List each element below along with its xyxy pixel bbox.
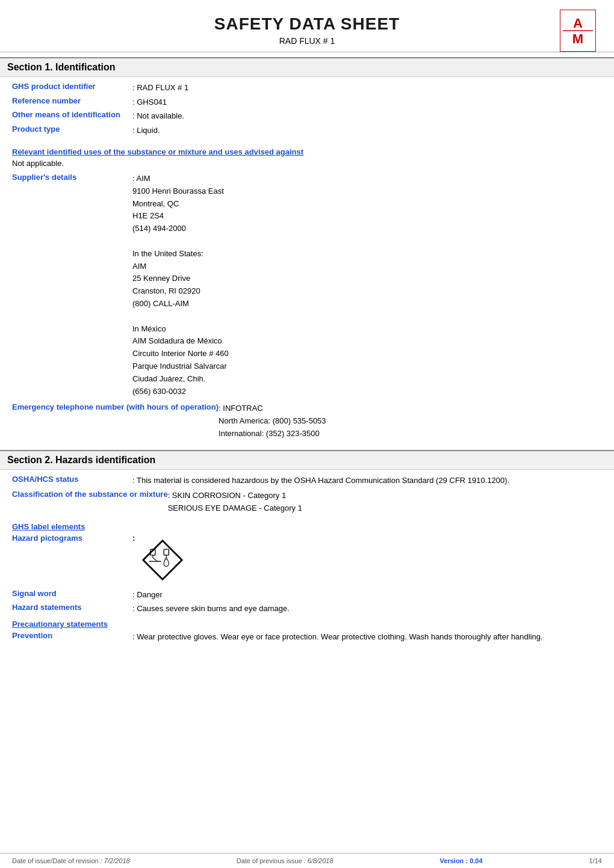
svg-marker-4	[143, 541, 182, 579]
prevention-row: Prevention : Wear protective gloves. Wea…	[12, 631, 602, 643]
ghs-identifier-row: GHS product identifier : RAD FLUX # 1	[12, 82, 602, 94]
not-applicable-text: Not applicable.	[12, 159, 602, 168]
signal-word-value: : Danger	[132, 589, 602, 601]
ghs-identifier-value: : RAD FLUX # 1	[132, 82, 602, 94]
signal-word-label: Signal word	[12, 589, 132, 598]
section1-content: GHS product identifier : RAD FLUX # 1 Re…	[0, 77, 614, 450]
osha-label: OSHA/HCS status	[12, 475, 132, 484]
hazard-pictogram	[138, 536, 187, 584]
footer-version: Version : 0.04	[440, 857, 483, 864]
prevention-value: : Wear protective gloves. Wear eye or fa…	[132, 631, 602, 643]
classification-row: Classification of the substance or mixtu…	[12, 490, 602, 515]
prevention-label: Prevention	[12, 631, 132, 640]
hazard-statements-row: Hazard statements : Causes severe skin b…	[12, 603, 602, 615]
product-type-value: : Liquid.	[132, 125, 602, 137]
page-title: SAFETY DATA SHEET	[12, 14, 602, 34]
section1-title: Section 1. Identification	[7, 62, 116, 72]
product-type-label: Product type	[12, 125, 132, 134]
section2-header: Section 2. Hazards identification	[0, 450, 614, 470]
svg-text:A: A	[573, 16, 583, 31]
reference-number-value: : GHS041	[132, 96, 602, 108]
section2-content: OSHA/HCS status : This material is consi…	[0, 470, 614, 653]
emergency-value: : INFOTRAC North America: (800) 535-5053…	[219, 402, 602, 440]
ghs-elements-section: GHS label elements Hazard pictograms :	[12, 522, 602, 584]
product-type-row: Product type : Liquid.	[12, 125, 602, 137]
ghs-identifier-label: GHS product identifier	[12, 82, 132, 91]
signal-word-row: Signal word : Danger	[12, 589, 602, 601]
ghs-elements-label: GHS label elements	[12, 522, 602, 531]
footer-prev-date: Date of previous issue : 6/8/2018	[237, 857, 333, 864]
relevant-uses-link[interactable]: Relevant identified uses of the substanc…	[12, 147, 602, 156]
company-logo: A M	[560, 10, 596, 46]
supplier-row: Supplier's details : AIM 9100 Henri Bour…	[12, 173, 602, 398]
section1: Section 1. Identification GHS product id…	[0, 57, 614, 450]
header-divider	[0, 52, 614, 52]
osha-value: : This material is considered hazardous …	[132, 475, 602, 487]
section2: Section 2. Hazards identification OSHA/H…	[0, 450, 614, 653]
emergency-label: Emergency telephone number (with hours o…	[12, 402, 219, 411]
footer: Date of issue/Date of revision : 7/2/201…	[0, 853, 614, 868]
precautionary-section: Precautionary statements Prevention : We…	[12, 620, 602, 643]
other-means-label: Other means of identification	[12, 110, 132, 119]
other-means-row: Other means of identification : Not avai…	[12, 110, 602, 122]
hazard-statements-label: Hazard statements	[12, 603, 132, 612]
hazard-pictograms-label: Hazard pictograms	[12, 534, 132, 543]
classification-label: Classification of the substance or mixtu…	[12, 490, 168, 499]
page-header: SAFETY DATA SHEET RAD FLUX # 1 A M	[0, 0, 614, 51]
supplier-label: Supplier's details	[12, 173, 132, 182]
hazard-pictograms-row: Hazard pictograms :	[12, 534, 602, 584]
hazard-statements-value: : Causes severe skin burns and eye damag…	[132, 603, 602, 615]
osha-row: OSHA/HCS status : This material is consi…	[12, 475, 602, 487]
footer-date-label: Date of issue/Date of revision : 7/2/201…	[12, 857, 130, 864]
supplier-value: : AIM 9100 Henri Bourassa East Montreal,…	[132, 173, 602, 398]
reference-number-label: Reference number	[12, 96, 132, 105]
emergency-row: Emergency telephone number (with hours o…	[12, 402, 602, 440]
section2-title: Section 2. Hazards identification	[7, 455, 155, 465]
section1-header: Section 1. Identification	[0, 57, 614, 77]
page-subtitle: RAD FLUX # 1	[12, 36, 602, 46]
footer-page: 1/14	[589, 857, 602, 864]
reference-number-row: Reference number : GHS041	[12, 96, 602, 108]
precautionary-label: Precautionary statements	[12, 620, 602, 629]
svg-text:M: M	[572, 31, 583, 46]
other-means-value: : Not available.	[132, 110, 602, 122]
classification-value: : SKIN CORROSION - Category 1 SERIOUS EY…	[168, 490, 602, 515]
